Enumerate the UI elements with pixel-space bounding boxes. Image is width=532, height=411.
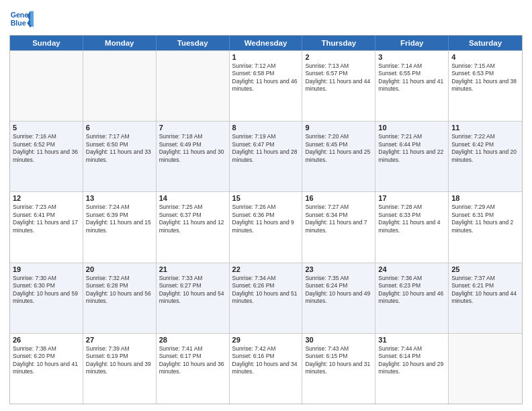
calendar-day: 14Sunrise: 7:25 AM Sunset: 6:37 PM Dayli… bbox=[157, 192, 230, 262]
day-info: Sunrise: 7:43 AM Sunset: 6:15 PM Dayligh… bbox=[305, 345, 372, 376]
day-info: Sunrise: 7:18 AM Sunset: 6:49 PM Dayligh… bbox=[159, 133, 226, 164]
calendar-day: 17Sunrise: 7:28 AM Sunset: 6:33 PM Dayli… bbox=[375, 192, 449, 262]
day-info: Sunrise: 7:44 AM Sunset: 6:14 PM Dayligh… bbox=[378, 345, 445, 376]
day-number: 20 bbox=[86, 265, 153, 273]
weekday-header: Sunday bbox=[10, 36, 83, 50]
calendar-body: 1Sunrise: 7:12 AM Sunset: 6:58 PM Daylig… bbox=[10, 50, 522, 404]
day-number: 21 bbox=[159, 265, 226, 273]
day-number: 9 bbox=[305, 124, 372, 132]
day-info: Sunrise: 7:35 AM Sunset: 6:24 PM Dayligh… bbox=[305, 275, 372, 306]
calendar-day: 6Sunrise: 7:17 AM Sunset: 6:50 PM Daylig… bbox=[83, 122, 157, 191]
day-info: Sunrise: 7:38 AM Sunset: 6:20 PM Dayligh… bbox=[13, 345, 80, 376]
day-number: 2 bbox=[305, 53, 372, 61]
calendar: SundayMondayTuesdayWednesdayThursdayFrid… bbox=[9, 35, 523, 404]
day-number: 22 bbox=[232, 265, 300, 273]
day-number: 29 bbox=[232, 336, 300, 344]
day-number: 14 bbox=[159, 194, 226, 202]
day-info: Sunrise: 7:36 AM Sunset: 6:23 PM Dayligh… bbox=[378, 275, 445, 306]
logo: General Blue bbox=[9, 7, 34, 31]
day-number: 19 bbox=[13, 265, 80, 273]
day-info: Sunrise: 7:12 AM Sunset: 6:58 PM Dayligh… bbox=[232, 62, 300, 93]
calendar-day: 19Sunrise: 7:30 AM Sunset: 6:30 PM Dayli… bbox=[10, 263, 83, 333]
day-info: Sunrise: 7:21 AM Sunset: 6:44 PM Dayligh… bbox=[378, 133, 445, 164]
calendar-row: 5Sunrise: 7:16 AM Sunset: 6:52 PM Daylig… bbox=[10, 121, 522, 191]
calendar-day: 9Sunrise: 7:20 AM Sunset: 6:45 PM Daylig… bbox=[302, 122, 375, 191]
day-info: Sunrise: 7:33 AM Sunset: 6:27 PM Dayligh… bbox=[159, 275, 226, 306]
weekday-header: Saturday bbox=[449, 36, 522, 50]
empty-day bbox=[83, 51, 157, 121]
calendar-day: 4Sunrise: 7:15 AM Sunset: 6:53 PM Daylig… bbox=[449, 51, 522, 121]
calendar-day: 27Sunrise: 7:39 AM Sunset: 6:19 PM Dayli… bbox=[83, 334, 157, 404]
day-number: 3 bbox=[378, 53, 445, 61]
day-info: Sunrise: 7:22 AM Sunset: 6:42 PM Dayligh… bbox=[451, 133, 519, 164]
day-info: Sunrise: 7:17 AM Sunset: 6:50 PM Dayligh… bbox=[86, 133, 153, 164]
calendar-day: 1Sunrise: 7:12 AM Sunset: 6:58 PM Daylig… bbox=[230, 51, 303, 121]
day-number: 27 bbox=[86, 336, 153, 344]
day-info: Sunrise: 7:25 AM Sunset: 6:37 PM Dayligh… bbox=[159, 203, 226, 234]
day-number: 10 bbox=[378, 124, 445, 132]
day-info: Sunrise: 7:34 AM Sunset: 6:26 PM Dayligh… bbox=[232, 275, 300, 306]
day-number: 4 bbox=[451, 53, 519, 61]
day-number: 23 bbox=[305, 265, 372, 273]
weekday-header: Thursday bbox=[302, 36, 375, 50]
calendar-row: 19Sunrise: 7:30 AM Sunset: 6:30 PM Dayli… bbox=[10, 263, 522, 333]
calendar-day: 7Sunrise: 7:18 AM Sunset: 6:49 PM Daylig… bbox=[157, 122, 230, 191]
day-number: 11 bbox=[451, 124, 519, 132]
weekday-header: Friday bbox=[375, 36, 449, 50]
day-info: Sunrise: 7:24 AM Sunset: 6:39 PM Dayligh… bbox=[86, 203, 153, 234]
calendar-day: 25Sunrise: 7:37 AM Sunset: 6:21 PM Dayli… bbox=[449, 263, 522, 333]
day-number: 16 bbox=[305, 194, 372, 202]
day-info: Sunrise: 7:28 AM Sunset: 6:33 PM Dayligh… bbox=[378, 203, 445, 234]
header: General Blue bbox=[9, 7, 523, 31]
weekday-header: Wednesday bbox=[230, 36, 303, 50]
day-info: Sunrise: 7:23 AM Sunset: 6:41 PM Dayligh… bbox=[13, 203, 80, 234]
calendar-day: 30Sunrise: 7:43 AM Sunset: 6:15 PM Dayli… bbox=[302, 334, 375, 404]
calendar-day: 11Sunrise: 7:22 AM Sunset: 6:42 PM Dayli… bbox=[449, 122, 522, 191]
calendar-day: 18Sunrise: 7:29 AM Sunset: 6:31 PM Dayli… bbox=[449, 192, 522, 262]
calendar-day: 29Sunrise: 7:42 AM Sunset: 6:16 PM Dayli… bbox=[230, 334, 303, 404]
day-info: Sunrise: 7:42 AM Sunset: 6:16 PM Dayligh… bbox=[232, 345, 300, 376]
calendar-day: 10Sunrise: 7:21 AM Sunset: 6:44 PM Dayli… bbox=[375, 122, 449, 191]
weekday-header: Tuesday bbox=[157, 36, 230, 50]
logo-icon: General Blue bbox=[9, 7, 34, 31]
day-info: Sunrise: 7:19 AM Sunset: 6:47 PM Dayligh… bbox=[232, 133, 300, 164]
day-number: 8 bbox=[232, 124, 300, 132]
weekday-header: Monday bbox=[83, 36, 157, 50]
day-number: 28 bbox=[159, 336, 226, 344]
day-info: Sunrise: 7:14 AM Sunset: 6:55 PM Dayligh… bbox=[378, 62, 445, 93]
empty-day bbox=[157, 51, 230, 121]
calendar-day: 28Sunrise: 7:41 AM Sunset: 6:17 PM Dayli… bbox=[157, 334, 230, 404]
day-info: Sunrise: 7:15 AM Sunset: 6:53 PM Dayligh… bbox=[451, 62, 519, 93]
calendar-row: 12Sunrise: 7:23 AM Sunset: 6:41 PM Dayli… bbox=[10, 191, 522, 262]
calendar-day: 23Sunrise: 7:35 AM Sunset: 6:24 PM Dayli… bbox=[302, 263, 375, 333]
day-number: 17 bbox=[378, 194, 445, 202]
calendar-day: 16Sunrise: 7:27 AM Sunset: 6:34 PM Dayli… bbox=[302, 192, 375, 262]
day-number: 24 bbox=[378, 265, 445, 273]
day-info: Sunrise: 7:39 AM Sunset: 6:19 PM Dayligh… bbox=[86, 345, 153, 376]
day-info: Sunrise: 7:37 AM Sunset: 6:21 PM Dayligh… bbox=[451, 275, 519, 306]
day-info: Sunrise: 7:26 AM Sunset: 6:36 PM Dayligh… bbox=[232, 203, 300, 234]
day-number: 18 bbox=[451, 194, 519, 202]
calendar-day: 13Sunrise: 7:24 AM Sunset: 6:39 PM Dayli… bbox=[83, 192, 157, 262]
svg-text:Blue: Blue bbox=[11, 19, 26, 27]
day-number: 1 bbox=[232, 53, 300, 61]
calendar-day: 21Sunrise: 7:33 AM Sunset: 6:27 PM Dayli… bbox=[157, 263, 230, 333]
day-info: Sunrise: 7:30 AM Sunset: 6:30 PM Dayligh… bbox=[13, 275, 80, 306]
day-number: 13 bbox=[86, 194, 153, 202]
day-number: 30 bbox=[305, 336, 372, 344]
day-info: Sunrise: 7:16 AM Sunset: 6:52 PM Dayligh… bbox=[13, 133, 80, 164]
day-number: 5 bbox=[13, 124, 80, 132]
day-number: 31 bbox=[378, 336, 445, 344]
calendar-day: 3Sunrise: 7:14 AM Sunset: 6:55 PM Daylig… bbox=[375, 51, 449, 121]
calendar-row: 1Sunrise: 7:12 AM Sunset: 6:58 PM Daylig… bbox=[10, 50, 522, 121]
day-number: 12 bbox=[13, 194, 80, 202]
day-info: Sunrise: 7:13 AM Sunset: 6:57 PM Dayligh… bbox=[305, 62, 372, 93]
day-info: Sunrise: 7:27 AM Sunset: 6:34 PM Dayligh… bbox=[305, 203, 372, 234]
calendar-day: 31Sunrise: 7:44 AM Sunset: 6:14 PM Dayli… bbox=[375, 334, 449, 404]
day-number: 7 bbox=[159, 124, 226, 132]
empty-day bbox=[449, 334, 522, 404]
calendar-day: 24Sunrise: 7:36 AM Sunset: 6:23 PM Dayli… bbox=[375, 263, 449, 333]
calendar-day: 8Sunrise: 7:19 AM Sunset: 6:47 PM Daylig… bbox=[230, 122, 303, 191]
day-number: 25 bbox=[451, 265, 519, 273]
day-info: Sunrise: 7:20 AM Sunset: 6:45 PM Dayligh… bbox=[305, 133, 372, 164]
